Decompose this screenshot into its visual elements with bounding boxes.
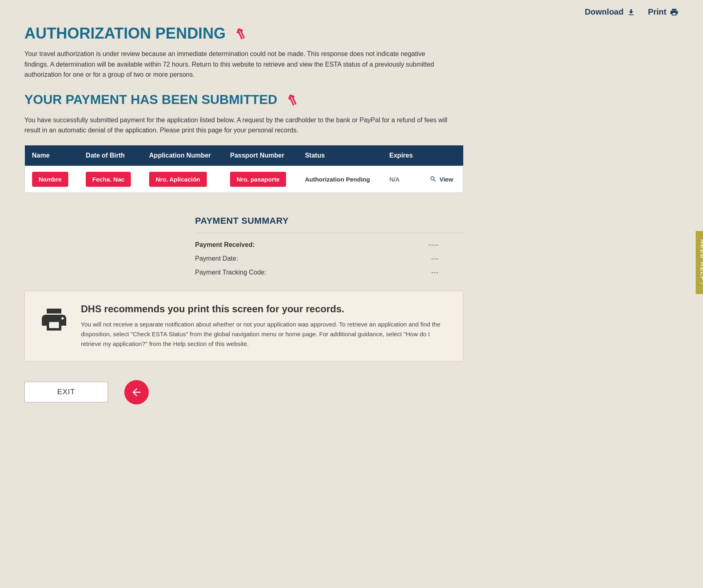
payment-received-value: ---- xyxy=(429,241,439,249)
page-title: AUTHORIZATION PENDING ⇖ xyxy=(24,25,463,42)
main-content: AUTHORIZATION PENDING ⇖ Your travel auth… xyxy=(0,21,488,437)
payment-date-value: --- xyxy=(431,255,439,262)
footer-row: EXIT xyxy=(24,376,463,421)
print-icon xyxy=(670,8,679,17)
cell-expires: N/A xyxy=(382,166,422,192)
payment-tracking-row: Payment Tracking Code: --- xyxy=(195,269,439,276)
cell-name: Nombre xyxy=(25,166,79,192)
section-title: YOUR PAYMENT HAS BEEN SUBMITTED ⇖ xyxy=(24,91,463,108)
view-button[interactable]: View xyxy=(430,175,456,183)
payment-date-label: Payment Date: xyxy=(195,255,238,262)
arrow-annotation-2: ⇖ xyxy=(284,90,301,110)
section-description: You have successfully submitted payment … xyxy=(24,115,451,136)
print-label: Print xyxy=(648,7,666,17)
print-button[interactable]: Print xyxy=(648,7,679,17)
dhs-title: DHS recommends you print this screen for… xyxy=(81,303,448,315)
back-arrow-icon xyxy=(130,386,143,398)
passport-redacted-button[interactable]: Nro. pasaporte xyxy=(230,172,286,187)
printer-icon xyxy=(39,305,69,334)
applications-table: Name Date of Birth Application Number Pa… xyxy=(24,145,463,193)
table-row: Nombre Fecha. Nac Nro. Aplicación Nro. p… xyxy=(25,166,463,192)
printer-icon-wrap xyxy=(39,305,69,336)
col-header-status: Status xyxy=(297,145,382,166)
col-header-passport: Passport Number xyxy=(223,145,297,166)
payment-tracking-value: --- xyxy=(431,269,439,276)
download-button[interactable]: Download xyxy=(585,7,636,17)
arrow-annotation-1: ⇖ xyxy=(232,24,250,44)
table-header-row: Name Date of Birth Application Number Pa… xyxy=(25,145,463,166)
top-bar: Download Print xyxy=(0,0,703,21)
main-description: Your travel authorization is under revie… xyxy=(24,49,451,80)
payment-received-row: Payment Received: ---- xyxy=(195,241,439,249)
payment-date-row: Payment Date: --- xyxy=(195,255,439,262)
view-label: View xyxy=(439,176,453,183)
col-header-name: Name xyxy=(25,145,79,166)
cell-app-number: Nro. Aplicación xyxy=(142,166,223,192)
payment-tracking-label: Payment Tracking Code: xyxy=(195,269,266,276)
cell-dob: Fecha. Nac xyxy=(78,166,142,192)
col-header-expires: Expires xyxy=(382,145,422,166)
app-number-redacted-button[interactable]: Nro. Aplicación xyxy=(149,172,206,187)
dob-redacted-button[interactable]: Fecha. Nac xyxy=(86,172,131,187)
col-header-app-number: Application Number xyxy=(142,145,223,166)
col-header-action xyxy=(422,145,463,166)
dhs-text-block: DHS recommends you print this screen for… xyxy=(81,303,448,349)
dhs-recommendation-box: DHS recommends you print this screen for… xyxy=(24,291,463,361)
exit-button[interactable]: EXIT xyxy=(24,382,108,402)
payment-received-label: Payment Received: xyxy=(195,241,255,249)
col-header-dob: Date of Birth xyxy=(78,145,142,166)
payment-summary-title: PAYMENT SUMMARY xyxy=(195,216,463,226)
need-help-button[interactable]: NEED HELP? xyxy=(696,231,703,294)
dhs-description: You will not receive a separate notifica… xyxy=(81,320,448,349)
payment-summary-section: PAYMENT SUMMARY Payment Received: ---- P… xyxy=(24,208,463,291)
name-redacted-button[interactable]: Nombre xyxy=(32,172,68,187)
payment-divider xyxy=(195,233,463,233)
download-label: Download xyxy=(585,7,624,17)
back-button[interactable] xyxy=(124,380,149,404)
cell-view: View xyxy=(422,166,463,192)
cell-passport: Nro. pasaporte xyxy=(223,166,297,192)
search-icon xyxy=(430,175,437,183)
cell-status: Authorization Pending xyxy=(297,166,382,192)
download-icon xyxy=(627,8,636,17)
